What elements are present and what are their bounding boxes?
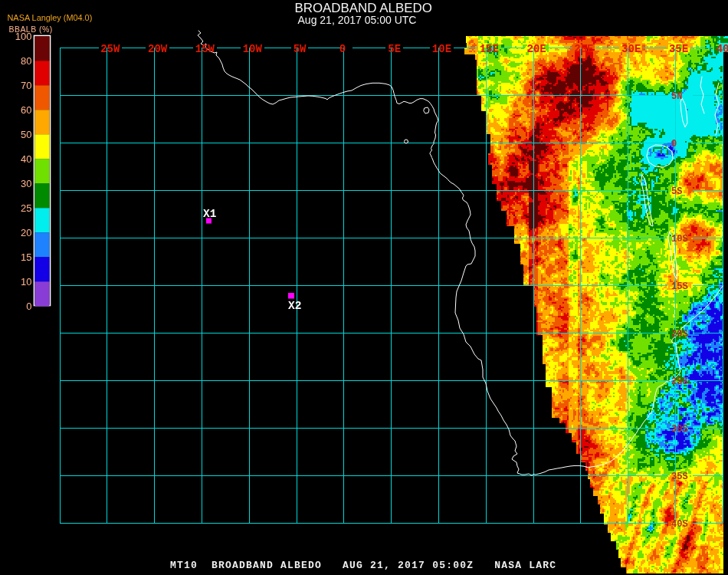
svg-text:25: 25 (21, 202, 31, 214)
svg-text:5N: 5N (671, 91, 682, 102)
svg-text:X1: X1 (203, 208, 217, 220)
svg-text:30S: 30S (671, 424, 688, 435)
svg-text:5S: 5S (671, 186, 682, 197)
svg-text:10E: 10E (432, 43, 451, 55)
svg-text:70: 70 (21, 80, 31, 91)
svg-text:40E: 40E (717, 43, 728, 55)
svg-text:5W: 5W (293, 43, 307, 55)
svg-text:15W: 15W (195, 43, 215, 55)
svg-text:20S: 20S (671, 329, 688, 340)
svg-text:15S: 15S (671, 281, 688, 292)
svg-text:25W: 25W (100, 43, 120, 55)
svg-text:0: 0 (671, 139, 677, 150)
svg-text:25E: 25E (574, 43, 593, 55)
svg-text:NASA Langley (M04.0): NASA Langley (M04.0) (8, 13, 93, 22)
svg-text:35S: 35S (671, 472, 688, 482)
svg-text:X2: X2 (288, 300, 301, 312)
svg-text:35E: 35E (669, 43, 688, 55)
svg-text:0: 0 (26, 301, 31, 312)
svg-text:15E: 15E (480, 43, 499, 55)
svg-text:20E: 20E (526, 43, 546, 55)
svg-text:25S: 25S (671, 376, 688, 387)
svg-text:40S: 40S (671, 519, 688, 530)
svg-text:10S: 10S (671, 234, 688, 245)
svg-text:30E: 30E (621, 43, 641, 55)
svg-text:50: 50 (21, 129, 31, 140)
svg-text:0: 0 (339, 43, 346, 55)
svg-text:10: 10 (21, 276, 31, 288)
svg-text:40: 40 (21, 153, 31, 165)
svg-text:Aug 21, 2017 05:00 UTC: Aug 21, 2017 05:00 UTC (298, 14, 417, 26)
svg-text:MT10 BROADBAND ALBEDO AUG 2: MT10 BROADBAND ALBEDO AUG 21, 2017 05:00… (170, 560, 556, 571)
svg-text:5E: 5E (388, 43, 401, 55)
svg-text:100: 100 (15, 31, 32, 42)
svg-text:20W: 20W (148, 43, 168, 55)
svg-text:60: 60 (21, 104, 31, 116)
svg-text:30: 30 (21, 178, 31, 189)
svg-text:80: 80 (21, 55, 31, 67)
svg-text:15: 15 (21, 251, 31, 263)
svg-text:10W: 10W (243, 43, 263, 55)
svg-text:20: 20 (21, 227, 31, 238)
